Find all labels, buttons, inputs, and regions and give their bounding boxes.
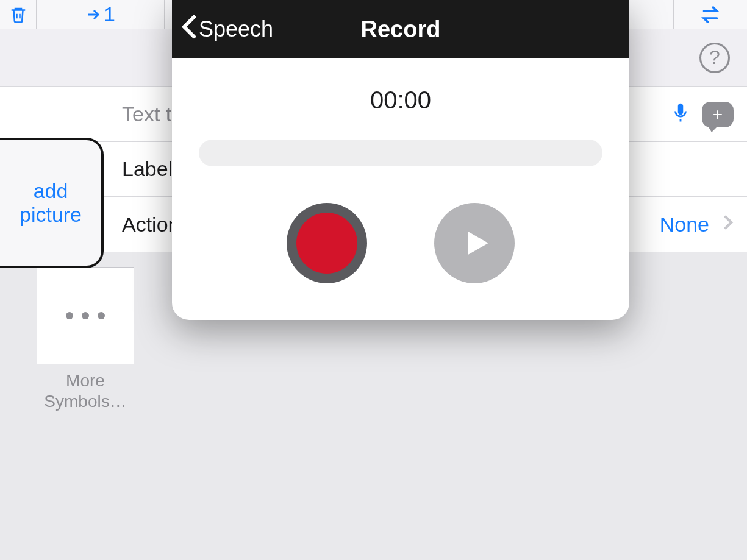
arrow-right-icon [85,6,102,23]
swap-arrows-icon [696,4,724,26]
play-icon [460,226,494,260]
dot-icon [98,312,105,319]
record-progress [199,140,602,166]
trash-icon [9,4,27,25]
more-symbols-caption: More Symbols… [37,370,134,411]
add-picture-button[interactable]: add picture [0,138,104,268]
help-button[interactable]: ? [699,43,730,73]
step-label: 1 [104,2,115,26]
plus-icon: + [713,105,723,124]
chevron-right-icon [723,214,734,235]
back-button[interactable]: Speech [172,15,273,44]
step-button[interactable]: 1 [37,0,165,29]
back-label: Speech [199,16,273,42]
microphone-icon[interactable] [670,99,691,130]
record-modal: Speech Record 00:00 [172,0,629,320]
play-button[interactable] [434,203,515,283]
record-button[interactable] [287,203,367,283]
add-speech-bubble-button[interactable]: + [702,102,734,127]
text-to-speak-label: Text t [122,102,171,126]
dot-icon [66,312,73,319]
swap-button[interactable] [674,0,747,29]
actions-value: None [660,213,709,236]
more-symbols-tile[interactable]: More Symbols… [37,267,134,411]
record-timer: 00:00 [196,87,605,114]
add-picture-label: add picture [20,179,82,227]
modal-body: 00:00 [172,58,629,320]
dot-icon [82,312,89,319]
delete-button[interactable] [0,0,37,29]
record-icon [296,213,357,274]
modal-controls [196,203,605,283]
chevron-left-icon [180,15,198,44]
actions-row-label: Action [122,213,180,236]
label-row-label: Label [122,157,173,181]
modal-header: Speech Record [172,0,629,58]
question-icon: ? [709,46,720,69]
more-symbols-box [37,267,134,364]
